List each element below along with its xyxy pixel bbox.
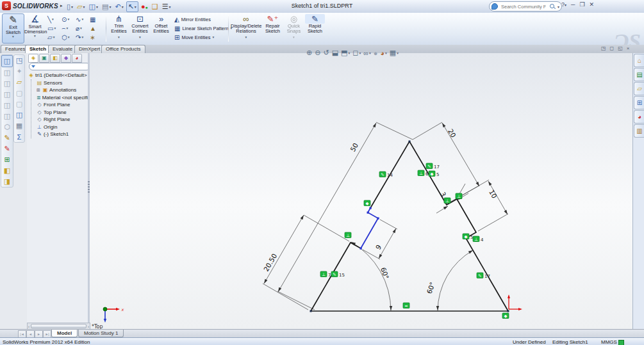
svg-text:=: = [404,303,408,309]
dim-text-20-50[interactable]: 20.50 [262,252,278,273]
model-tab-strip: |◄◄►►| Model Motion Study 1 [0,329,644,338]
dim-text-angle-left[interactable]: 60° [379,266,390,280]
svg-text:◆: ◆ [465,234,468,239]
view-triad: x *Top [92,307,124,330]
edition-label: SolidWorks Premium 2012 x64 Edition [3,339,90,345]
unit-system-label[interactable]: MMGS [601,339,617,345]
svg-text:5: 5 [436,172,439,177]
dim-extension-line [363,250,380,259]
relation-badge[interactable]: ✎17 [477,273,490,279]
sketch-vertices[interactable] [310,141,509,312]
sketch-line-notch-selected[interactable] [361,208,378,248]
tab-model[interactable]: Model [51,330,78,337]
tab-motion-study[interactable]: Motion Study 1 [78,330,124,337]
svg-text:◆: ◆ [504,314,508,319]
selected-notch-lines[interactable] [361,208,378,248]
relation-badge[interactable]: ✎17 [426,163,440,170]
svg-text:⊥: ⊥ [322,272,326,277]
relation-badge[interactable]: ◆ [502,313,509,319]
definition-status: Under Defined [513,339,546,345]
dimension-texts: 50 20.50 9 20 3 10 60° 60° [262,127,499,294]
svg-text:⊥: ⊥ [474,237,478,242]
svg-text:15: 15 [339,273,345,278]
dim-extension-line [459,180,489,197]
dim-extension-line [376,122,413,140]
dim-extension-line [413,122,442,140]
svg-text:✎: ✎ [427,164,431,169]
relation-badge[interactable]: ⊥7 [320,271,331,278]
relation-badge[interactable]: ✎15 [331,271,345,278]
svg-text:◆: ◆ [431,172,434,177]
dim-extension-line [277,291,315,310]
relation-badge[interactable]: ◆ [364,200,370,206]
unit-system-icon[interactable] [618,340,624,345]
svg-text:✎: ✎ [478,273,481,278]
svg-text:14: 14 [387,173,393,178]
dim-line-20-50[interactable] [264,215,304,284]
scroll-left-icon[interactable]: ‹ [28,325,29,328]
relation-badge[interactable]: ⊥4 [473,236,484,243]
editing-mode-label: Editing Sketch1 [552,339,588,345]
dim-text-50[interactable]: 50 [349,141,359,153]
dimension-lines[interactable] [263,122,508,311]
svg-text:⊥: ⊥ [419,171,423,176]
triad-x-label: x [121,307,124,312]
relation-badge[interactable]: ⊥ [456,193,462,199]
solidworks-window: S SOLIDWORKS ▸ ▯▾ ▱▾ ◫▾ ▤▾ ↶▾ ↖▾ ●● ❑ ☰▾… [0,0,644,345]
scroll-right-icon[interactable]: › [88,325,89,328]
svg-text:⊥: ⊥ [445,198,449,204]
svg-text:17: 17 [434,164,440,170]
relation-badge[interactable]: ⊥ [444,198,450,204]
scroll-thumb[interactable] [31,324,87,328]
svg-text:6: 6 [425,172,429,177]
relation-badge[interactable]: ⊥6 [418,170,429,177]
dim-extension-line [263,284,308,310]
relation-badge[interactable]: ◆5 [463,234,473,240]
sketch-line-right[interactable] [409,141,508,311]
svg-text:4: 4 [481,237,484,243]
dim-text-10[interactable]: 10 [488,188,499,200]
sketch-origin-icon [508,294,522,310]
relation-badge[interactable]: = [403,303,409,309]
sketch-geometry[interactable] [311,141,508,311]
relation-badge[interactable]: ✎14 [379,172,393,178]
status-bar: SolidWorks Premium 2012 x64 Edition Unde… [0,337,644,345]
dim-text-20[interactable]: 20 [447,127,458,139]
dim-text-9[interactable]: 9 [374,243,383,251]
relation-badge[interactable]: ⊥ [345,232,351,238]
dim-extension-line [304,215,349,241]
dim-line-50[interactable] [278,123,376,292]
sketch-canvas[interactable]: 50 20.50 9 20 3 10 60° 60° [0,0,644,345]
svg-text:⊥: ⊥ [457,194,461,199]
svg-text:◆: ◆ [366,201,369,206]
svg-text:✎: ✎ [333,272,336,277]
svg-text:17: 17 [484,274,490,279]
dim-extension-line [478,214,508,231]
relation-badge[interactable]: ◆5 [429,171,439,177]
dim-line-9[interactable] [379,229,396,259]
svg-text:7: 7 [328,273,331,278]
angle-arc-right[interactable] [438,250,473,311]
dim-text-angle-right[interactable]: 60° [425,281,436,294]
dim-extension-line [380,220,397,229]
svg-text:⊥: ⊥ [346,233,350,238]
svg-text:✎: ✎ [381,172,384,177]
